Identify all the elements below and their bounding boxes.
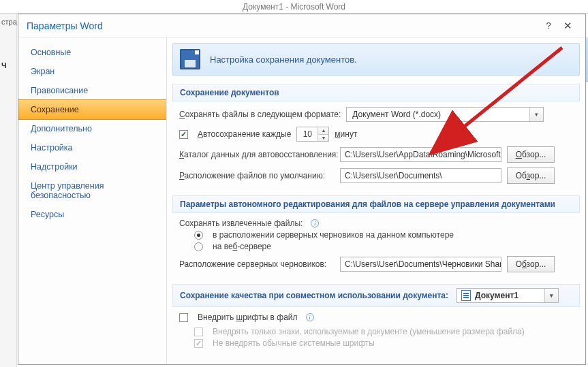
section-title-text: Сохранение качества при совместном испол… (180, 291, 448, 300)
browse-autorecover-button[interactable]: Обзор... (507, 146, 555, 163)
nav-item-general[interactable]: Основные (18, 43, 166, 62)
nav-item-addins[interactable]: Надстройки (18, 157, 166, 176)
info-icon[interactable]: i (311, 219, 319, 227)
autosave-interval-stepper[interactable]: 10 ▲ ▼ (296, 127, 329, 142)
browse-default-button[interactable]: Обзор... (507, 167, 555, 184)
default-path-field[interactable]: C:\Users\User\Documents\ (340, 168, 501, 183)
radio-web-server[interactable] (194, 242, 203, 251)
default-path-label: Расположение файлов по умолчанию: (179, 171, 335, 180)
info-icon[interactable]: i (306, 313, 314, 321)
autosave-unit-label: минут (335, 129, 357, 139)
dialog-titlebar: Параметры Word ? ✕ (18, 14, 585, 37)
background-stub: стра (0, 14, 16, 30)
skip-system-fonts-checkbox (194, 339, 203, 348)
background-stub: Ч (0, 57, 16, 74)
autosave-checkbox[interactable] (179, 130, 188, 139)
autorecover-path-label: Каталог данных для автовосстановления: (179, 150, 335, 159)
word-options-dialog: Параметры Word ? ✕ Основные Экран Правоп… (18, 14, 586, 365)
options-content: Настройка сохранения документов. Сохране… (167, 37, 585, 364)
skip-system-fonts-label: Не внедрять обычные системные шрифты (213, 338, 375, 348)
server-drafts-path-field[interactable]: C:\Users\User\Documents\Черновики ShareP… (340, 257, 501, 272)
section-title: Сохранение качества при совместном испол… (172, 284, 580, 307)
content-header: Настройка сохранения документов. (172, 43, 580, 76)
nav-item-save[interactable]: Сохранение (18, 99, 166, 120)
nav-item-trust-center[interactable]: Центр управления безопасностью (18, 176, 166, 205)
embed-fonts-label: Внедрить шрифты в файл (198, 313, 298, 322)
close-button[interactable]: ✕ (558, 18, 577, 34)
dialog-title: Параметры Word (27, 20, 103, 31)
radio-local-drafts-label: в расположении серверных черновиков на д… (213, 230, 454, 240)
document-selector-dropdown[interactable]: Документ1 ▾ (457, 288, 559, 303)
format-label: Сохранять файлы в следующем формате: (179, 110, 341, 119)
browse-server-drafts-button[interactable]: Обзор... (507, 256, 555, 272)
nav-item-resources[interactable]: Ресурсы (18, 205, 166, 224)
section-save-documents: Сохранение документов Сохранять файлы в … (172, 84, 580, 191)
section-title: Сохранение документов (172, 84, 580, 101)
nav-item-advanced[interactable]: Дополнительно (18, 119, 166, 138)
content-header-text: Настройка сохранения документов. (210, 54, 357, 65)
embed-used-chars-checkbox (194, 328, 203, 336)
embed-fonts-checkbox[interactable] (179, 313, 188, 322)
section-offline-editing: Параметры автономного редактирования для… (172, 195, 580, 280)
help-button[interactable]: ? (539, 18, 558, 34)
chevron-down-icon[interactable]: ▾ (529, 108, 543, 121)
nav-item-proofing[interactable]: Правописание (18, 81, 166, 100)
nav-item-display[interactable]: Экран (18, 62, 166, 81)
options-nav: Основные Экран Правописание Сохранение Д… (18, 37, 167, 364)
file-format-value: Документ Word (*.docx) (347, 110, 529, 119)
document-icon (461, 290, 471, 301)
radio-web-server-label: на веб-сервере (213, 242, 271, 251)
save-extracted-label: Сохранять извлеченные файлы: (179, 219, 303, 228)
spin-up-icon[interactable]: ▲ (318, 127, 328, 135)
server-drafts-path-label: Расположение серверных черновиков: (179, 259, 335, 269)
chevron-down-icon[interactable]: ▾ (544, 289, 558, 302)
save-disk-icon (180, 49, 200, 69)
app-titlebar: Документ1 - Microsoft Word (0, 0, 588, 14)
section-preserve-fidelity: Сохранение качества при совместном испол… (172, 284, 580, 355)
section-title: Параметры автономного редактирования для… (172, 195, 580, 213)
autorecover-path-field[interactable]: C:\Users\User\AppData\Roaming\Microsoft\… (340, 147, 501, 162)
file-format-dropdown[interactable]: Документ Word (*.docx) ▾ (346, 107, 544, 122)
embed-used-chars-label: Внедрять только знаки, используемые в до… (213, 327, 525, 336)
background-window-left: стра Ч (0, 14, 17, 367)
nav-item-customize[interactable]: Настройка (18, 138, 166, 157)
document-selector-value: Документ1 (475, 291, 544, 300)
autosave-label: Автосохранение каждые (198, 129, 291, 139)
spin-down-icon[interactable]: ▼ (318, 135, 328, 142)
autosave-interval-value: 10 (297, 127, 318, 141)
radio-local-drafts[interactable] (194, 231, 203, 240)
